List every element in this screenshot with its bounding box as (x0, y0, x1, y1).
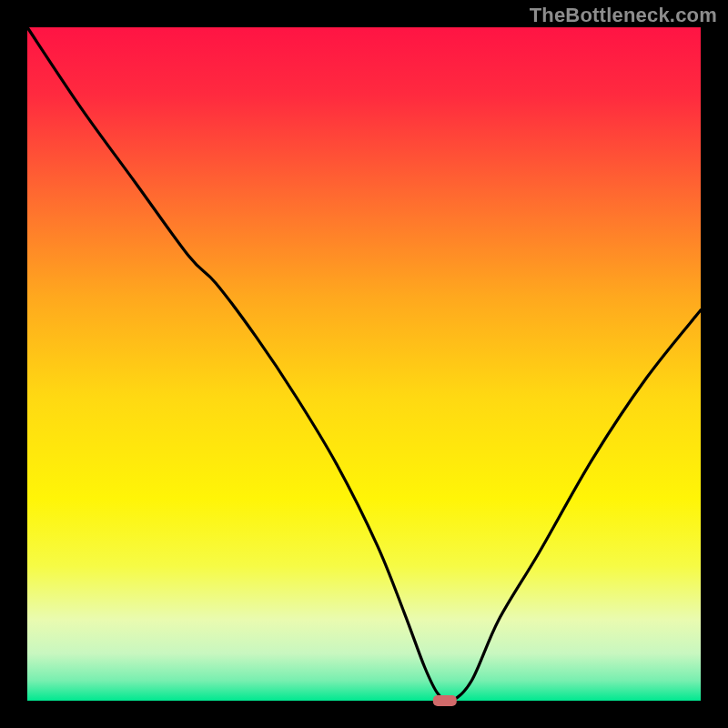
chart-frame: { "watermark": "TheBottleneck.com", "cha… (0, 0, 728, 728)
optimum-marker (433, 695, 457, 706)
watermark-text: TheBottleneck.com (530, 4, 717, 27)
plot-background (27, 27, 701, 701)
bottleneck-chart (0, 0, 728, 728)
